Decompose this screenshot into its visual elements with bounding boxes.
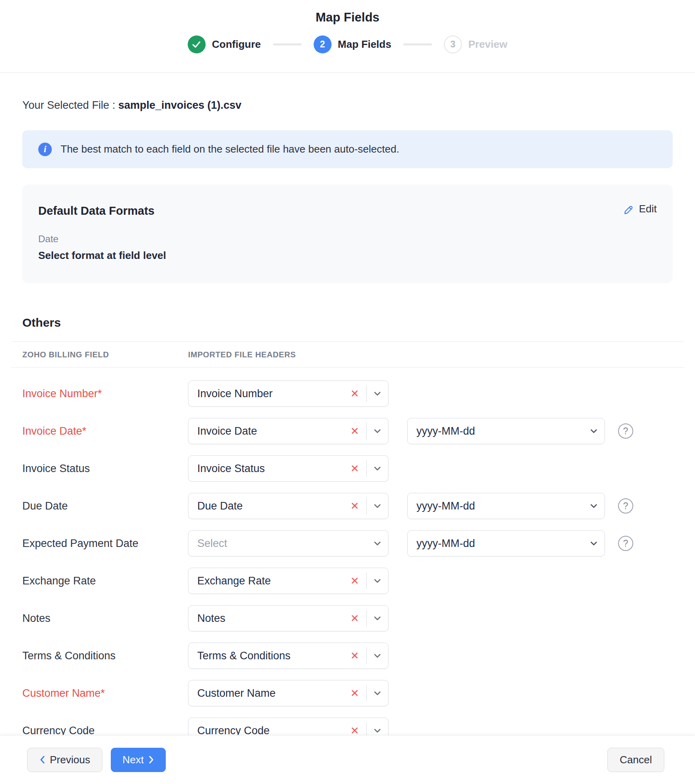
mapping-row: Terms & ConditionsTerms & Conditions✕ bbox=[22, 643, 673, 669]
help-icon[interactable]: ? bbox=[618, 423, 633, 439]
check-icon bbox=[188, 35, 206, 53]
select-value: Customer Name bbox=[188, 687, 347, 700]
mapping-row: Exchange RateExchange Rate✕ bbox=[22, 568, 673, 594]
cancel-button[interactable]: Cancel bbox=[607, 748, 664, 772]
clear-mapping-icon[interactable]: ✕ bbox=[347, 501, 366, 511]
zoho-field-label: Invoice Date* bbox=[22, 425, 188, 437]
select-value: Invoice Status bbox=[188, 463, 347, 475]
mapping-row: Due DateDue Date✕yyyy-MM-dd? bbox=[22, 493, 673, 519]
column-header-zoho-field: ZOHO BILLING FIELD bbox=[22, 350, 188, 359]
chevron-down-icon[interactable] bbox=[367, 541, 388, 546]
date-format-select[interactable]: yyyy-MM-dd bbox=[407, 530, 605, 557]
select-value: Invoice Number bbox=[188, 388, 347, 400]
select-value: Due Date bbox=[188, 500, 347, 512]
zoho-field-label: Invoice Status bbox=[22, 463, 188, 475]
chevron-down-icon[interactable] bbox=[367, 579, 388, 583]
footer-bar: Previous Next Cancel bbox=[0, 735, 695, 784]
info-banner: i The best match to each field on the se… bbox=[22, 130, 673, 168]
chevron-down-icon[interactable] bbox=[367, 729, 388, 733]
pencil-icon bbox=[623, 203, 635, 215]
mapping-row: NotesNotes✕ bbox=[22, 605, 673, 631]
help-icon[interactable]: ? bbox=[618, 498, 633, 514]
formats-card-title: Default Data Formats bbox=[38, 204, 657, 218]
default-data-formats-card: Default Data Formats Edit Date Select fo… bbox=[22, 184, 673, 283]
select-value: Invoice Date bbox=[188, 425, 347, 437]
column-header-imported-headers: IMPORTED FILE HEADERS bbox=[188, 350, 296, 359]
imported-header-select[interactable]: Invoice Number✕ bbox=[188, 380, 389, 407]
map-fields-dialog: Map Fields Configure2Map Fields3Preview … bbox=[0, 0, 695, 784]
step-preview: 3Preview bbox=[444, 35, 507, 53]
zoho-field-label: Customer Name* bbox=[22, 687, 188, 700]
dialog-body: Your Selected File : sample_invoices (1)… bbox=[0, 73, 695, 784]
format-item-value: Select format at field level bbox=[38, 249, 657, 262]
step-configure[interactable]: Configure bbox=[188, 35, 261, 53]
select-value: Terms & Conditions bbox=[188, 650, 347, 662]
info-icon: i bbox=[38, 143, 52, 156]
mapping-row: Expected Payment DateSelectyyyy-MM-dd? bbox=[22, 530, 673, 557]
chevron-down-icon[interactable] bbox=[367, 429, 388, 433]
date-format-value: yyyy-MM-dd bbox=[408, 425, 583, 437]
next-button[interactable]: Next bbox=[111, 748, 165, 772]
clear-mapping-icon[interactable]: ✕ bbox=[347, 463, 366, 474]
step-label: Map Fields bbox=[338, 38, 391, 51]
chevron-down-icon[interactable] bbox=[367, 616, 388, 621]
clear-mapping-icon[interactable]: ✕ bbox=[347, 426, 366, 436]
clear-mapping-icon[interactable]: ✕ bbox=[347, 576, 366, 586]
edit-formats-button[interactable]: Edit bbox=[623, 203, 657, 215]
chevron-left-icon bbox=[39, 755, 45, 764]
previous-button[interactable]: Previous bbox=[27, 748, 102, 772]
page-title: Map Fields bbox=[0, 10, 695, 25]
select-value: Notes bbox=[188, 612, 347, 625]
clear-mapping-icon[interactable]: ✕ bbox=[347, 688, 366, 698]
help-icon[interactable]: ? bbox=[618, 536, 633, 551]
imported-header-select[interactable]: Customer Name✕ bbox=[188, 680, 389, 706]
imported-header-select[interactable]: Notes✕ bbox=[188, 605, 389, 631]
mapping-row: Invoice StatusInvoice Status✕ bbox=[22, 455, 673, 482]
clear-mapping-icon[interactable]: ✕ bbox=[347, 388, 366, 399]
step-label: Configure bbox=[212, 38, 261, 51]
step-number: 2 bbox=[314, 35, 332, 53]
info-banner-text: The best match to each field on the sele… bbox=[61, 143, 399, 155]
zoho-field-label: Due Date bbox=[22, 500, 188, 512]
mapping-table-header: ZOHO BILLING FIELD IMPORTED FILE HEADERS bbox=[11, 341, 684, 368]
zoho-field-label: Notes bbox=[22, 612, 188, 625]
clear-mapping-icon[interactable]: ✕ bbox=[347, 613, 366, 623]
chevron-down-icon[interactable] bbox=[367, 392, 388, 396]
date-format-select[interactable]: yyyy-MM-dd bbox=[407, 418, 605, 444]
chevron-down-icon[interactable] bbox=[367, 466, 388, 471]
zoho-field-label: Terms & Conditions bbox=[22, 650, 188, 662]
imported-header-select[interactable]: Invoice Status✕ bbox=[188, 455, 389, 482]
imported-header-select[interactable]: Due Date✕ bbox=[188, 493, 389, 519]
zoho-field-label: Expected Payment Date bbox=[22, 537, 188, 550]
imported-header-select[interactable]: Invoice Date✕ bbox=[188, 418, 389, 444]
zoho-field-label: Invoice Number* bbox=[22, 388, 188, 400]
next-label: Next bbox=[122, 754, 143, 766]
clear-mapping-icon[interactable]: ✕ bbox=[347, 725, 366, 736]
imported-header-select[interactable]: Terms & Conditions✕ bbox=[188, 643, 389, 669]
imported-header-select[interactable]: Select bbox=[188, 530, 389, 557]
chevron-down-icon[interactable] bbox=[367, 691, 388, 696]
chevron-down-icon[interactable] bbox=[367, 504, 388, 508]
imported-header-select[interactable]: Exchange Rate✕ bbox=[188, 568, 389, 594]
clear-mapping-icon[interactable]: ✕ bbox=[347, 651, 366, 661]
selected-file-label: Your Selected File : bbox=[22, 99, 118, 111]
step-connector bbox=[273, 43, 302, 45]
previous-label: Previous bbox=[50, 754, 90, 766]
zoho-field-label: Exchange Rate bbox=[22, 575, 188, 587]
chevron-down-icon[interactable] bbox=[583, 504, 605, 508]
chevron-right-icon bbox=[149, 755, 154, 764]
selected-file-name: sample_invoices (1).csv bbox=[118, 99, 241, 111]
select-value: Select bbox=[188, 537, 367, 550]
chevron-down-icon[interactable] bbox=[367, 654, 388, 658]
chevron-down-icon[interactable] bbox=[583, 541, 605, 546]
mapping-table: ZOHO BILLING FIELD IMPORTED FILE HEADERS… bbox=[11, 341, 684, 744]
edit-label: Edit bbox=[639, 203, 657, 215]
selected-file-line: Your Selected File : sample_invoices (1)… bbox=[22, 99, 673, 112]
mapping-row: Customer Name*Customer Name✕ bbox=[22, 680, 673, 706]
mapping-row: Invoice Date*Invoice Date✕yyyy-MM-dd? bbox=[22, 418, 673, 444]
step-map-fields[interactable]: 2Map Fields bbox=[314, 35, 391, 53]
date-format-select[interactable]: yyyy-MM-dd bbox=[407, 493, 605, 519]
date-format-value: yyyy-MM-dd bbox=[408, 500, 583, 512]
chevron-down-icon[interactable] bbox=[583, 429, 605, 433]
step-number: 3 bbox=[444, 35, 462, 53]
